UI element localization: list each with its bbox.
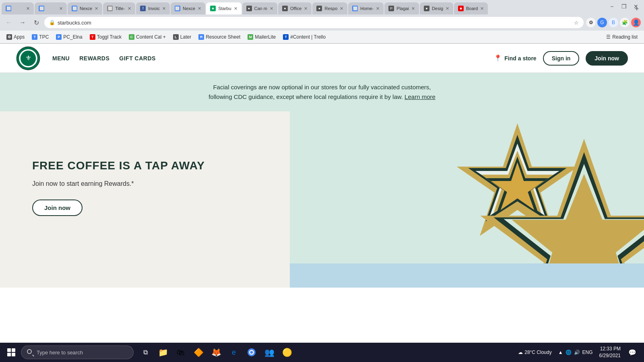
bookmark-content-cal-+[interactable]: C Content Cal + [126,33,169,41]
tab-t11[interactable]: ⬜ Home- ✕ [348,2,384,14]
address-bar: ← → ↻ 🔒 starbucks.com ☆ ⚙ G B 🧩 👤 [0,14,644,31]
tab-close-button[interactable]: ✕ [26,6,30,11]
bookmark-label: Content Cal + [136,34,166,40]
bookmark-favicon: T [283,34,289,40]
menu-nav-link[interactable]: MENU [52,55,70,62]
taskbar-task-view[interactable]: ⧉ [137,344,154,361]
reading-list-button[interactable]: ☰ Reading list [603,33,641,41]
minimize-button[interactable]: − [607,2,617,11]
bookmark-#content-|-trello[interactable]: T #Content | Trello [280,33,329,41]
bookmark-toggl-track[interactable]: T Toggl Track [87,33,125,41]
forward-button[interactable]: → [17,17,28,28]
tab-close-button[interactable]: ✕ [128,6,131,11]
volume-icon[interactable]: 🔊 [574,350,580,355]
bookmark-favicon: ⚙ [6,34,12,40]
tab-close-button[interactable]: ✕ [304,6,308,11]
tab-t8[interactable]: ● Can m ✕ [242,2,277,14]
hero-section: FREE COFFEE IS A TAP AWAY Join now to st… [0,111,644,263]
tab-favicon: ⬜ [352,6,358,11]
taskbar-store[interactable]: 🛍 [172,344,189,361]
tab-label: Starbu [218,6,231,11]
find-store-label: Find a store [504,55,536,62]
nav-links: MENU REWARDS GIFT CARDS [52,55,156,62]
join-now-button[interactable]: Join now [32,200,83,216]
bookmark-favicon: T [32,34,37,40]
back-button[interactable]: ← [3,17,14,28]
tab-t3[interactable]: ⬜ Nexce ✕ [68,2,102,14]
tab-close-button[interactable]: ✕ [234,6,237,11]
tab-favicon: P [388,6,394,11]
hero-right-panel [290,111,644,263]
tab-t2[interactable]: ⬜ ✕ [35,2,67,14]
restore-button[interactable]: ❒ [619,2,629,11]
ext-icon-4[interactable]: 🧩 [620,18,630,27]
rewards-nav-link[interactable]: REWARDS [79,55,109,62]
taskbar-search-box[interactable]: Type here to search [21,346,134,359]
tab-close-button[interactable]: ✕ [340,6,343,11]
tab-t13[interactable]: ● Desig ✕ [420,2,453,14]
ext-icon-3[interactable]: B [609,18,618,27]
join-now-nav-button[interactable]: Join now [586,51,628,66]
svg-point-17 [250,351,253,354]
tab-close-button[interactable]: ✕ [198,6,201,11]
taskbar-file-explorer[interactable]: 📁 [155,344,171,361]
profile-avatar[interactable]: 👤 [631,18,641,27]
covid-banner: Facial coverings are now optional in our… [0,73,644,111]
tab-favicon: f [140,6,146,11]
hero-subtitle: Join now to start earning Rewards.* [32,180,134,187]
taskbar-chrome[interactable] [243,344,260,361]
tab-t1[interactable]: ⬜ ✕ [2,2,34,14]
taskbar-edge[interactable]: e [225,344,242,361]
tray-arrow[interactable]: ▲ [558,350,563,355]
tab-t7[interactable]: ★ Starbu ✕ [206,2,241,14]
tab-t4[interactable]: ⬜ Title- ✕ [103,2,135,14]
bookmark-apps[interactable]: ⚙ Apps [3,33,28,41]
tab-close-button[interactable]: ✕ [59,6,63,11]
learn-more-link[interactable]: Learn more [405,93,436,100]
tab-close-button[interactable]: ✕ [480,6,484,11]
bookmark-favicon: C [129,34,134,40]
ext-icon-1[interactable]: ⚙ [586,18,596,27]
starbucks-logo[interactable]: ⚜ [16,46,40,70]
url-bar[interactable]: 🔒 starbucks.com ☆ [44,17,584,28]
tab-t5[interactable]: f Invoic ✕ [136,2,170,14]
bookmark-favicon: T [90,34,95,40]
taskbar-firefox[interactable]: 🦊 [208,344,225,361]
tab-t9[interactable]: ● Office ✕ [278,2,312,14]
bookmark-resource-sheet[interactable]: R Resource Sheet [195,33,244,41]
bookmark-later[interactable]: L Later [170,33,194,41]
taskbar-vlc[interactable]: 🔶 [190,344,207,361]
find-store-link[interactable]: 📍 Find a store [494,54,536,62]
bookmark-label: Toggl Track [97,34,122,40]
tab-t14[interactable]: ■ Board ✕ [454,2,488,14]
svg-text:⚜: ⚜ [25,54,31,62]
banner-line2: following CDC guidance, except where loc… [16,92,628,102]
tab-label: Nexce [80,6,92,11]
tab-t10[interactable]: ● Respo ✕ [312,2,347,14]
bookmark-pc_elna[interactable]: P PC_Elna [53,33,85,41]
tab-close-button[interactable]: ✕ [162,6,166,11]
bookmark-mailerlite[interactable]: M MailerLite [244,33,279,41]
taskbar-sticky-notes[interactable]: 🟡 [279,344,295,361]
bookmark-label: #Content | Trello [290,34,326,40]
tab-close-button[interactable]: ✕ [411,6,415,11]
taskbar-teams[interactable]: 👥 [261,344,278,361]
close-button[interactable]: ✕ [631,2,641,11]
refresh-button[interactable]: ↻ [31,17,42,28]
start-button[interactable] [3,344,19,360]
tab-favicon: ● [424,6,429,11]
tab-close-button[interactable]: ✕ [270,6,273,11]
lang-label: ENG [582,350,593,355]
bookmark-tpc[interactable]: T TPC [29,33,52,41]
bookmark-star-icon[interactable]: ☆ [574,20,579,26]
ext-icon-2[interactable]: G [597,18,607,27]
sign-in-button[interactable]: Sign in [543,51,580,66]
tab-t6[interactable]: ⬜ Nexce ✕ [171,2,205,14]
tab-t12[interactable]: P Plagai ✕ [384,2,419,14]
tab-close-button[interactable]: ✕ [95,6,98,11]
taskbar-time-date[interactable]: 12:33 PM 6/29/2021 [599,346,621,359]
gift-cards-nav-link[interactable]: GIFT CARDS [119,55,156,62]
notification-button[interactable]: 💬 [624,344,641,361]
tab-close-button[interactable]: ✕ [376,6,380,11]
tab-close-button[interactable]: ✕ [446,6,449,11]
